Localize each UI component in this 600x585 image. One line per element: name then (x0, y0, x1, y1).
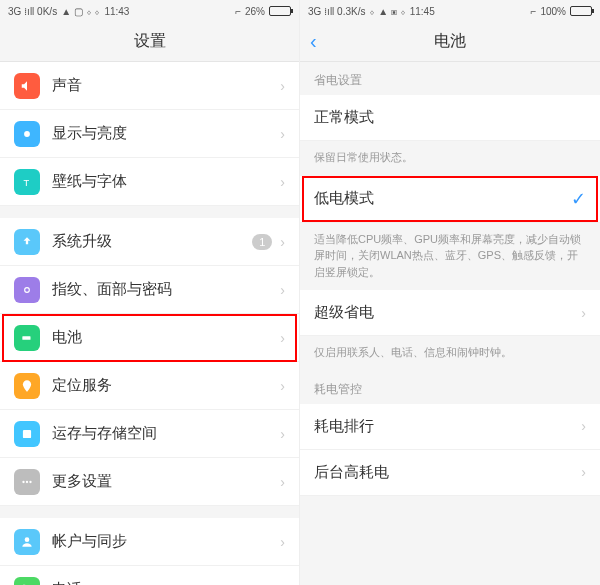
page-title: 设置 (134, 31, 166, 52)
nav-header: 设置 (0, 22, 299, 62)
back-button[interactable]: ‹ (310, 30, 317, 53)
item-label: 耗电排行 (314, 417, 581, 436)
settings-item-battery[interactable]: 电池 › (0, 314, 299, 362)
chevron-right-icon: › (280, 534, 285, 550)
location-icon (14, 373, 40, 399)
svg-point-2 (25, 287, 30, 292)
section-power-saving: 省电设置 (300, 62, 600, 95)
update-icon (14, 229, 40, 255)
chevron-right-icon: › (581, 418, 586, 434)
battery-screen: 3G ⁞ıll 0.3K/s ⬨ ▲ ▣ ⬨ 11:45 ⌐ 100% ‹ 电池… (300, 0, 600, 585)
chevron-right-icon: › (280, 282, 285, 298)
battery-icon (269, 6, 291, 16)
status-bar: 3G ⁞ıll 0K/s ▲ ▢ ⬨ ⬨ 11:43 ⌐ 26% (0, 0, 299, 22)
chevron-right-icon: › (280, 378, 285, 394)
item-label: 指纹、面部与密码 (52, 280, 280, 299)
item-power-ranking[interactable]: 耗电排行 › (300, 404, 600, 450)
settings-item-account[interactable]: 帐户与同步 › (0, 518, 299, 566)
item-label: 电话 (52, 580, 280, 585)
settings-item-display[interactable]: 显示与亮度 › (0, 110, 299, 158)
item-label: 壁纸与字体 (52, 172, 280, 191)
chevron-right-icon: › (581, 305, 586, 321)
item-label: 系统升级 (52, 232, 252, 251)
battery-icon (570, 6, 592, 16)
chevron-right-icon: › (280, 234, 285, 250)
chevron-right-icon: › (280, 582, 285, 586)
mode-super-save[interactable]: 超级省电 › (300, 290, 600, 336)
settings-item-sound[interactable]: 声音 › (0, 62, 299, 110)
item-label: 电池 (52, 328, 280, 347)
item-label: 运存与存储空间 (52, 424, 280, 443)
status-icons: ⬨ ▲ ▣ ⬨ (369, 6, 405, 17)
section-power-control: 耗电管控 (300, 371, 600, 404)
item-label: 声音 (52, 76, 280, 95)
settings-item-more[interactable]: 更多设置 › (0, 458, 299, 506)
chevron-right-icon: › (581, 464, 586, 480)
mode-normal[interactable]: 正常模式 (300, 95, 600, 141)
nav-header: ‹ 电池 (300, 22, 600, 62)
wifi-icon: ⌐ (531, 6, 537, 17)
battery-percent: 100% (540, 6, 566, 17)
svg-point-8 (25, 537, 30, 542)
item-label: 超级省电 (314, 303, 581, 322)
more-icon (14, 469, 40, 495)
settings-item-update[interactable]: 系统升级 1 › (0, 218, 299, 266)
sound-icon (14, 73, 40, 99)
mode-normal-desc: 保留日常使用状态。 (300, 141, 600, 176)
svg-rect-3 (22, 336, 30, 340)
display-icon (14, 121, 40, 147)
battery-percent: 26% (245, 6, 265, 17)
storage-icon (14, 421, 40, 447)
svg-point-6 (26, 480, 28, 482)
settings-screen: 3G ⁞ıll 0K/s ▲ ▢ ⬨ ⬨ 11:43 ⌐ 26% 设置 声音 ›… (0, 0, 300, 585)
item-label: 显示与亮度 (52, 124, 280, 143)
settings-item-security[interactable]: 指纹、面部与密码 › (0, 266, 299, 314)
status-bar: 3G ⁞ıll 0.3K/s ⬨ ▲ ▣ ⬨ 11:45 ⌐ 100% (300, 0, 600, 22)
settings-item-storage[interactable]: 运存与存储空间 › (0, 410, 299, 458)
chevron-right-icon: › (280, 426, 285, 442)
mode-low-desc: 适当降低CPU频率、GPU频率和屏幕亮度，减少自动锁屏时间，关闭WLAN热点、蓝… (300, 223, 600, 291)
chevron-right-icon: › (280, 174, 285, 190)
page-title: 电池 (434, 31, 466, 52)
status-time: 11:45 (410, 6, 435, 17)
chevron-right-icon: › (280, 78, 285, 94)
update-badge: 1 (252, 234, 272, 250)
item-label: 后台高耗电 (314, 463, 581, 482)
fingerprint-icon (14, 277, 40, 303)
chevron-right-icon: › (280, 474, 285, 490)
settings-item-phone[interactable]: 电话 › (0, 566, 299, 585)
status-icons: ▲ ▢ ⬨ ⬨ (61, 6, 100, 17)
wifi-icon: ⌐ (235, 6, 241, 17)
svg-text:T: T (24, 177, 30, 187)
settings-item-wallpaper[interactable]: T 壁纸与字体 › (0, 158, 299, 206)
account-icon (14, 529, 40, 555)
mode-super-desc: 仅启用联系人、电话、信息和闹钟时钟。 (300, 336, 600, 371)
network-status: 3G ⁞ıll 0.3K/s (308, 6, 365, 17)
item-background-power[interactable]: 后台高耗电 › (300, 450, 600, 496)
item-label: 正常模式 (314, 108, 586, 127)
network-status: 3G ⁞ıll 0K/s (8, 6, 57, 17)
settings-item-location[interactable]: 定位服务 › (0, 362, 299, 410)
status-time: 11:43 (104, 6, 129, 17)
svg-point-7 (29, 480, 31, 482)
item-label: 帐户与同步 (52, 532, 280, 551)
battery-setting-icon (14, 325, 40, 351)
item-label: 低电模式 (314, 189, 571, 208)
mode-low-power[interactable]: 低电模式 ✓ (300, 176, 600, 223)
item-label: 更多设置 (52, 472, 280, 491)
phone-icon (14, 577, 40, 586)
svg-point-5 (22, 480, 24, 482)
chevron-right-icon: › (280, 330, 285, 346)
chevron-right-icon: › (280, 126, 285, 142)
checkmark-icon: ✓ (571, 188, 586, 210)
wallpaper-icon: T (14, 169, 40, 195)
svg-rect-4 (23, 429, 31, 437)
svg-point-0 (24, 131, 30, 137)
item-label: 定位服务 (52, 376, 280, 395)
